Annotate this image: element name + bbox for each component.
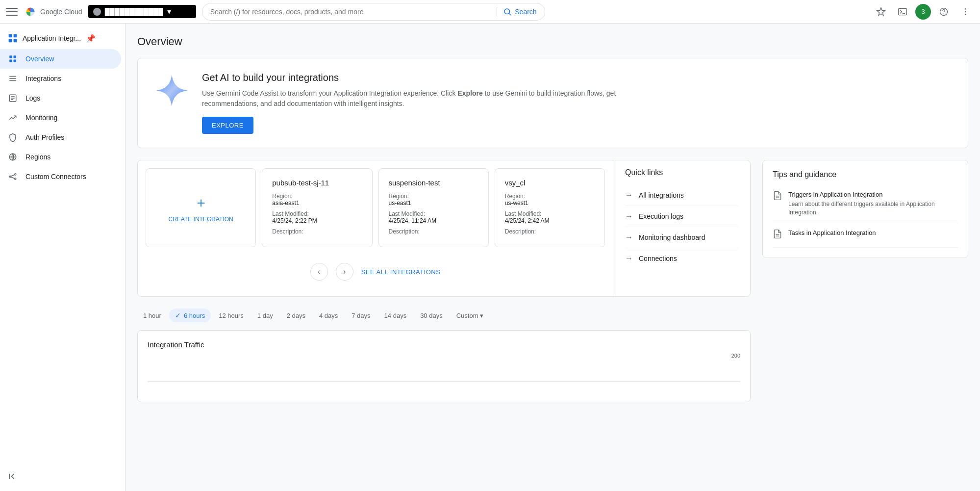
sidebar-item-monitoring[interactable]: Monitoring: [0, 108, 121, 128]
sidebar-item-connectors[interactable]: Custom Connectors: [0, 167, 121, 186]
svg-rect-13: [14, 39, 17, 43]
arrow-icon: →: [625, 212, 633, 221]
explore-button[interactable]: EXPLORE: [202, 117, 253, 134]
svg-rect-11: [14, 34, 17, 38]
card-region-label-1: Region: us-east1: [389, 193, 478, 207]
arrow-icon: →: [625, 191, 633, 200]
auth-icon: [8, 132, 18, 142]
prev-page-button[interactable]: ‹: [310, 263, 328, 281]
sidebar-label-integrations: Integrations: [25, 75, 61, 82]
time-btn-custom[interactable]: Custom ▾: [451, 309, 490, 322]
search-icon: [503, 7, 512, 16]
svg-rect-15: [14, 55, 16, 58]
tip-content-0: Triggers in Application Integration Lear…: [788, 191, 958, 217]
time-btn-1day[interactable]: 1 day: [251, 309, 279, 322]
svg-rect-16: [9, 60, 12, 62]
svg-line-32: [11, 175, 15, 176]
traffic-chart: [148, 352, 740, 382]
quick-link-monitoring-dashboard[interactable]: → Monitoring dashboard: [625, 227, 738, 248]
integration-card-1[interactable]: suspension-test Region: us-east1 Last Mo…: [378, 168, 489, 247]
time-btn-6hours[interactable]: ✓ 6 hours: [169, 309, 211, 322]
svg-line-33: [11, 177, 15, 179]
integration-cards-row: ＋ CREATE INTEGRATION pubsub-test-sj-11 R…: [146, 168, 605, 247]
sidebar: Application Integr... 📌 Overview Integra…: [0, 24, 126, 491]
integration-card-0[interactable]: pubsub-test-sj-11 Region: asia-east1 Las…: [262, 168, 372, 247]
time-btn-12hours[interactable]: 12 hours: [213, 309, 250, 322]
google-cloud-logo: Google Cloud: [24, 5, 82, 19]
project-selector[interactable]: ████████████ ▾: [88, 5, 196, 18]
svg-rect-3: [899, 8, 907, 15]
card-region-label-0: Region: asia-east1: [272, 193, 362, 207]
main-content-wrapper: ＋ CREATE INTEGRATION pubsub-test-sj-11 R…: [137, 160, 968, 402]
ai-banner: Get AI to build your integrations Use Ge…: [137, 58, 968, 148]
search-button[interactable]: Search: [497, 7, 536, 16]
nav-right-actions: 3: [872, 3, 974, 21]
tips-panel: Tips and guidance Triggers in Applica: [762, 160, 968, 258]
time-btn-2days[interactable]: 2 days: [281, 309, 311, 322]
svg-point-0: [504, 9, 510, 14]
sidebar-label-monitoring: Monitoring: [25, 114, 57, 122]
sidebar-item-auth[interactable]: Auth Profiles: [0, 128, 121, 147]
sidebar-item-regions[interactable]: Regions: [0, 147, 121, 167]
overview-icon: [8, 54, 18, 64]
more-vert-icon: [960, 7, 970, 17]
gemini-star-icon: [153, 72, 190, 109]
sidebar-collapse-button[interactable]: [0, 471, 126, 481]
svg-line-1: [509, 13, 511, 15]
tip-title-1: Tasks in Application Integration: [788, 229, 876, 236]
help-icon-button[interactable]: [935, 3, 953, 21]
sidebar-item-overview[interactable]: Overview: [0, 49, 121, 69]
sidebar-item-integrations[interactable]: Integrations: [0, 69, 121, 88]
arrow-icon: →: [625, 233, 633, 242]
next-page-button[interactable]: ›: [336, 263, 353, 281]
quick-link-all-integrations[interactable]: → All integrations: [625, 185, 738, 206]
integration-card-2[interactable]: vsy_cl Region: us-west1 Last Modified: 4…: [495, 168, 605, 247]
star-icon-button[interactable]: [872, 3, 890, 21]
svg-point-8: [965, 11, 966, 12]
menu-button[interactable]: [6, 6, 18, 18]
card-name-0: pubsub-test-sj-11: [272, 179, 362, 187]
quick-link-connections[interactable]: → Connections: [625, 248, 738, 269]
svg-point-31: [15, 178, 16, 180]
svg-point-30: [15, 174, 16, 175]
create-integration-label: CREATE INTEGRATION: [169, 216, 233, 223]
create-integration-card[interactable]: ＋ CREATE INTEGRATION: [146, 168, 256, 247]
tip-doc-icon-1: [773, 229, 782, 241]
time-btn-14days[interactable]: 14 days: [378, 309, 413, 322]
notification-badge[interactable]: 3: [915, 4, 931, 20]
tip-title-0: Triggers in Application Integration: [788, 191, 958, 198]
monitoring-icon: [8, 113, 18, 123]
svg-rect-10: [9, 34, 12, 38]
ai-banner-description: Use Germini Code Assist to transform you…: [202, 88, 643, 109]
time-btn-1hour[interactable]: 1 hour: [137, 309, 167, 322]
main-layout: Application Integr... 📌 Overview Integra…: [0, 24, 980, 491]
collapse-icon: [8, 471, 18, 481]
document-icon: [773, 229, 782, 239]
time-filter-row: 1 hour ✓ 6 hours 12 hours 1 day 2 days 4…: [137, 305, 751, 326]
more-options-button[interactable]: [956, 3, 974, 21]
pin-icon[interactable]: 📌: [86, 34, 96, 43]
tip-desc-0: Learn about the different triggers avail…: [788, 200, 958, 217]
pagination: ‹ › SEE ALL INTEGRATIONS: [146, 255, 605, 288]
see-all-integrations-link[interactable]: SEE ALL INTEGRATIONS: [361, 268, 441, 276]
logs-icon: [8, 93, 18, 103]
time-btn-4days[interactable]: 4 days: [313, 309, 344, 322]
time-btn-7days[interactable]: 7 days: [346, 309, 376, 322]
tip-item-0: Triggers in Application Integration Lear…: [773, 185, 958, 223]
quick-link-execution-logs[interactable]: → Execution logs: [625, 206, 738, 227]
sidebar-app-title: Application Integr...: [23, 34, 81, 42]
help-icon: [939, 7, 949, 17]
chart-y-label: 200: [731, 353, 740, 359]
sidebar-item-logs[interactable]: Logs: [0, 88, 121, 108]
google-cloud-text: Google Cloud: [40, 8, 82, 16]
svg-point-29: [9, 176, 11, 178]
terminal-icon-button[interactable]: [894, 3, 911, 21]
main-content: Overview Get AI to build your integrat: [126, 24, 980, 491]
time-btn-30days[interactable]: 30 days: [414, 309, 449, 322]
sidebar-label-logs: Logs: [25, 94, 40, 102]
terminal-icon: [898, 7, 907, 17]
search-input[interactable]: [210, 8, 493, 16]
chart-area: 200: [148, 353, 740, 392]
top-nav: Google Cloud ████████████ ▾ Search: [0, 0, 980, 24]
svg-rect-12: [9, 39, 12, 43]
